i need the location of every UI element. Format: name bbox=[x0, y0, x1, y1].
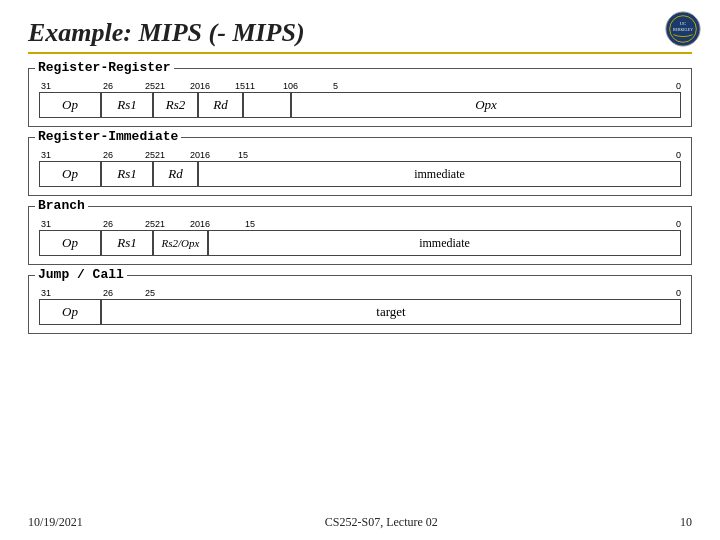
footer: 10/19/2021 CS252-S07, Lecture 02 10 bbox=[0, 515, 720, 530]
field-blank-rr bbox=[243, 92, 291, 118]
field-imm-br: immediate bbox=[208, 230, 681, 256]
bit-25: 25 bbox=[145, 81, 155, 91]
logo: UC BERKELEY bbox=[664, 10, 702, 48]
field-target-jc: target bbox=[101, 299, 681, 325]
field-op-ri: Op bbox=[39, 161, 101, 187]
bit-26: 26 bbox=[103, 81, 113, 91]
section-label-branch: Branch bbox=[35, 198, 88, 213]
svg-text:UC: UC bbox=[680, 21, 687, 26]
bit-11: 11 bbox=[245, 81, 255, 91]
page: UC BERKELEY Example: MIPS (- MIPS) Regis… bbox=[0, 0, 720, 540]
footer-page: 10 bbox=[680, 515, 692, 530]
field-op-br: Op bbox=[39, 230, 101, 256]
field-op-jc: Op bbox=[39, 299, 101, 325]
bit-0-ri: 0 bbox=[676, 150, 681, 160]
field-rs2-rr: Rs2 bbox=[153, 92, 198, 118]
bit-25-jc: 25 bbox=[145, 288, 155, 298]
bit-25-ri: 25 bbox=[145, 150, 155, 160]
field-opx-rr: Opx bbox=[291, 92, 681, 118]
field-rs1-ri: Rs1 bbox=[101, 161, 153, 187]
bit-21-br: 21 bbox=[155, 219, 165, 229]
bit-0-rr: 0 bbox=[676, 81, 681, 91]
footer-course: CS252-S07, Lecture 02 bbox=[325, 515, 438, 530]
field-op-rr: Op bbox=[39, 92, 101, 118]
bit-0-jc: 0 bbox=[676, 288, 681, 298]
field-imm-ri: immediate bbox=[198, 161, 681, 187]
page-title: Example: MIPS (- MIPS) bbox=[28, 18, 692, 54]
field-rs2opx-br: Rs2/Opx bbox=[153, 230, 208, 256]
section-label-rr: Register-Register bbox=[35, 60, 174, 75]
bit-15-br: 15 bbox=[245, 219, 255, 229]
bit-0-br: 0 bbox=[676, 219, 681, 229]
field-rd-rr: Rd bbox=[198, 92, 243, 118]
bit-20-ri: 20 bbox=[190, 150, 200, 160]
bit-31: 31 bbox=[41, 81, 51, 91]
bit-16-br: 16 bbox=[200, 219, 210, 229]
bit-21-ri: 21 bbox=[155, 150, 165, 160]
bit-26-br: 26 bbox=[103, 219, 113, 229]
bit-20-br: 20 bbox=[190, 219, 200, 229]
section-label-jc: Jump / Call bbox=[35, 267, 127, 282]
field-rs1-br: Rs1 bbox=[101, 230, 153, 256]
bit-20: 20 bbox=[190, 81, 200, 91]
footer-date: 10/19/2021 bbox=[28, 515, 83, 530]
section-register-immediate: Register-Immediate 31 2625 2120 1615 0 O… bbox=[28, 137, 692, 196]
section-jump-call: Jump / Call 31 2625 0 Op target bbox=[28, 275, 692, 334]
bit-15: 15 bbox=[235, 81, 245, 91]
bit-31-jc: 31 bbox=[41, 288, 51, 298]
svg-text:BERKELEY: BERKELEY bbox=[673, 28, 693, 32]
field-rd-ri: Rd bbox=[153, 161, 198, 187]
bit-25-br: 25 bbox=[145, 219, 155, 229]
section-label-ri: Register-Immediate bbox=[35, 129, 181, 144]
bit-10: 10 bbox=[283, 81, 293, 91]
bit-26-jc: 26 bbox=[103, 288, 113, 298]
bit-6: 6 bbox=[293, 81, 298, 91]
bit-26-ri: 26 bbox=[103, 150, 113, 160]
section-branch: Branch 31 2625 2120 1615 0 Op Rs1 Rs2/Op… bbox=[28, 206, 692, 265]
bit-15-ri: 15 bbox=[238, 150, 248, 160]
field-rs1-rr: Rs1 bbox=[101, 92, 153, 118]
section-register-register: Register-Register 31 2625 2120 1615 1110… bbox=[28, 68, 692, 127]
bit-21: 21 bbox=[155, 81, 165, 91]
bit-31-br: 31 bbox=[41, 219, 51, 229]
bit-31-ri: 31 bbox=[41, 150, 51, 160]
bit-16: 16 bbox=[200, 81, 210, 91]
bit-16-ri: 16 bbox=[200, 150, 210, 160]
